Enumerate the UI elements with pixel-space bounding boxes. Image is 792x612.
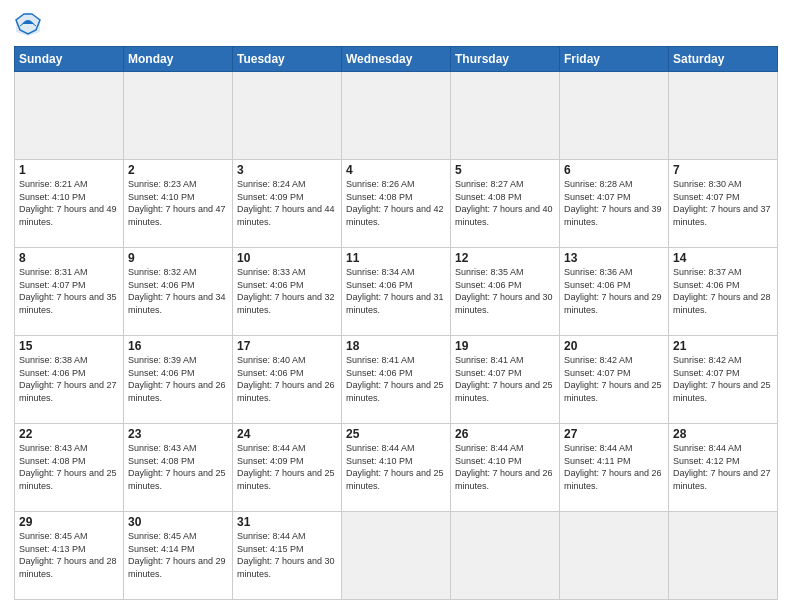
day-info: Sunrise: 8:45 AMSunset: 4:13 PMDaylight:… [19, 531, 117, 579]
day-number: 19 [455, 339, 555, 353]
day-info: Sunrise: 8:32 AMSunset: 4:06 PMDaylight:… [128, 267, 226, 315]
table-cell: 11 Sunrise: 8:34 AMSunset: 4:06 PMDaylig… [342, 248, 451, 336]
day-info: Sunrise: 8:41 AMSunset: 4:06 PMDaylight:… [346, 355, 444, 403]
day-number: 5 [455, 163, 555, 177]
col-tuesday: Tuesday [233, 47, 342, 72]
table-cell: 15 Sunrise: 8:38 AMSunset: 4:06 PMDaylig… [15, 336, 124, 424]
day-number: 10 [237, 251, 337, 265]
table-cell: 28 Sunrise: 8:44 AMSunset: 4:12 PMDaylig… [669, 424, 778, 512]
day-number: 28 [673, 427, 773, 441]
day-info: Sunrise: 8:44 AMSunset: 4:10 PMDaylight:… [455, 443, 553, 491]
day-info: Sunrise: 8:37 AMSunset: 4:06 PMDaylight:… [673, 267, 771, 315]
day-info: Sunrise: 8:34 AMSunset: 4:06 PMDaylight:… [346, 267, 444, 315]
table-cell: 7 Sunrise: 8:30 AMSunset: 4:07 PMDayligh… [669, 160, 778, 248]
calendar-row: 15 Sunrise: 8:38 AMSunset: 4:06 PMDaylig… [15, 336, 778, 424]
table-cell: 29 Sunrise: 8:45 AMSunset: 4:13 PMDaylig… [15, 512, 124, 600]
table-cell: 22 Sunrise: 8:43 AMSunset: 4:08 PMDaylig… [15, 424, 124, 512]
col-sunday: Sunday [15, 47, 124, 72]
day-number: 12 [455, 251, 555, 265]
day-info: Sunrise: 8:28 AMSunset: 4:07 PMDaylight:… [564, 179, 662, 227]
day-number: 18 [346, 339, 446, 353]
day-info: Sunrise: 8:31 AMSunset: 4:07 PMDaylight:… [19, 267, 117, 315]
day-number: 21 [673, 339, 773, 353]
day-info: Sunrise: 8:21 AMSunset: 4:10 PMDaylight:… [19, 179, 117, 227]
day-info: Sunrise: 8:44 AMSunset: 4:15 PMDaylight:… [237, 531, 335, 579]
day-number: 8 [19, 251, 119, 265]
day-info: Sunrise: 8:35 AMSunset: 4:06 PMDaylight:… [455, 267, 553, 315]
table-cell [233, 72, 342, 160]
day-info: Sunrise: 8:39 AMSunset: 4:06 PMDaylight:… [128, 355, 226, 403]
table-cell [669, 72, 778, 160]
table-cell [342, 72, 451, 160]
day-info: Sunrise: 8:41 AMSunset: 4:07 PMDaylight:… [455, 355, 553, 403]
day-number: 14 [673, 251, 773, 265]
day-info: Sunrise: 8:45 AMSunset: 4:14 PMDaylight:… [128, 531, 226, 579]
calendar-row: 1 Sunrise: 8:21 AMSunset: 4:10 PMDayligh… [15, 160, 778, 248]
day-number: 22 [19, 427, 119, 441]
day-info: Sunrise: 8:44 AMSunset: 4:12 PMDaylight:… [673, 443, 771, 491]
table-cell [124, 72, 233, 160]
table-cell: 1 Sunrise: 8:21 AMSunset: 4:10 PMDayligh… [15, 160, 124, 248]
logo-icon [14, 10, 42, 38]
day-number: 30 [128, 515, 228, 529]
day-number: 3 [237, 163, 337, 177]
day-info: Sunrise: 8:26 AMSunset: 4:08 PMDaylight:… [346, 179, 444, 227]
col-thursday: Thursday [451, 47, 560, 72]
header [14, 10, 778, 38]
day-number: 20 [564, 339, 664, 353]
table-cell [451, 72, 560, 160]
calendar-table: Sunday Monday Tuesday Wednesday Thursday… [14, 46, 778, 600]
day-info: Sunrise: 8:43 AMSunset: 4:08 PMDaylight:… [128, 443, 226, 491]
day-number: 24 [237, 427, 337, 441]
col-saturday: Saturday [669, 47, 778, 72]
day-number: 11 [346, 251, 446, 265]
table-cell [669, 512, 778, 600]
table-cell: 31 Sunrise: 8:44 AMSunset: 4:15 PMDaylig… [233, 512, 342, 600]
table-cell: 30 Sunrise: 8:45 AMSunset: 4:14 PMDaylig… [124, 512, 233, 600]
table-cell: 16 Sunrise: 8:39 AMSunset: 4:06 PMDaylig… [124, 336, 233, 424]
calendar-row [15, 72, 778, 160]
day-number: 23 [128, 427, 228, 441]
table-cell: 18 Sunrise: 8:41 AMSunset: 4:06 PMDaylig… [342, 336, 451, 424]
table-cell: 20 Sunrise: 8:42 AMSunset: 4:07 PMDaylig… [560, 336, 669, 424]
table-cell: 2 Sunrise: 8:23 AMSunset: 4:10 PMDayligh… [124, 160, 233, 248]
table-cell: 21 Sunrise: 8:42 AMSunset: 4:07 PMDaylig… [669, 336, 778, 424]
table-cell [342, 512, 451, 600]
day-info: Sunrise: 8:40 AMSunset: 4:06 PMDaylight:… [237, 355, 335, 403]
table-cell: 19 Sunrise: 8:41 AMSunset: 4:07 PMDaylig… [451, 336, 560, 424]
table-cell: 8 Sunrise: 8:31 AMSunset: 4:07 PMDayligh… [15, 248, 124, 336]
table-cell [15, 72, 124, 160]
table-cell: 6 Sunrise: 8:28 AMSunset: 4:07 PMDayligh… [560, 160, 669, 248]
calendar-row: 29 Sunrise: 8:45 AMSunset: 4:13 PMDaylig… [15, 512, 778, 600]
col-monday: Monday [124, 47, 233, 72]
day-number: 13 [564, 251, 664, 265]
table-cell [451, 512, 560, 600]
day-number: 16 [128, 339, 228, 353]
calendar-row: 22 Sunrise: 8:43 AMSunset: 4:08 PMDaylig… [15, 424, 778, 512]
day-number: 27 [564, 427, 664, 441]
table-cell: 25 Sunrise: 8:44 AMSunset: 4:10 PMDaylig… [342, 424, 451, 512]
day-number: 26 [455, 427, 555, 441]
day-number: 9 [128, 251, 228, 265]
day-number: 7 [673, 163, 773, 177]
day-info: Sunrise: 8:23 AMSunset: 4:10 PMDaylight:… [128, 179, 226, 227]
day-info: Sunrise: 8:44 AMSunset: 4:09 PMDaylight:… [237, 443, 335, 491]
page: Sunday Monday Tuesday Wednesday Thursday… [0, 0, 792, 612]
table-cell: 17 Sunrise: 8:40 AMSunset: 4:06 PMDaylig… [233, 336, 342, 424]
day-number: 25 [346, 427, 446, 441]
table-cell: 14 Sunrise: 8:37 AMSunset: 4:06 PMDaylig… [669, 248, 778, 336]
day-number: 31 [237, 515, 337, 529]
table-cell: 9 Sunrise: 8:32 AMSunset: 4:06 PMDayligh… [124, 248, 233, 336]
day-info: Sunrise: 8:42 AMSunset: 4:07 PMDaylight:… [564, 355, 662, 403]
day-number: 2 [128, 163, 228, 177]
day-info: Sunrise: 8:42 AMSunset: 4:07 PMDaylight:… [673, 355, 771, 403]
day-info: Sunrise: 8:44 AMSunset: 4:11 PMDaylight:… [564, 443, 662, 491]
day-info: Sunrise: 8:33 AMSunset: 4:06 PMDaylight:… [237, 267, 335, 315]
day-number: 6 [564, 163, 664, 177]
table-cell [560, 72, 669, 160]
day-info: Sunrise: 8:36 AMSunset: 4:06 PMDaylight:… [564, 267, 662, 315]
day-info: Sunrise: 8:43 AMSunset: 4:08 PMDaylight:… [19, 443, 117, 491]
col-friday: Friday [560, 47, 669, 72]
table-cell: 27 Sunrise: 8:44 AMSunset: 4:11 PMDaylig… [560, 424, 669, 512]
table-cell: 5 Sunrise: 8:27 AMSunset: 4:08 PMDayligh… [451, 160, 560, 248]
